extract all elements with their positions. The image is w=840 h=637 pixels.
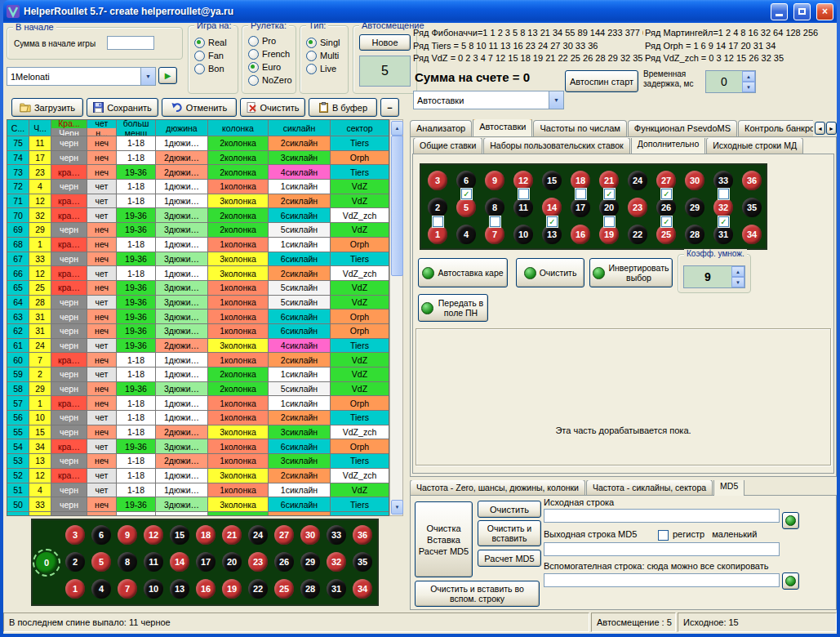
number-checkbox[interactable] — [433, 216, 443, 227]
table-row[interactable]: 6124чернчет19-362дюжи…3колонка4сиклайнTi… — [7, 339, 389, 354]
clear-button[interactable]: Очистить — [240, 98, 305, 117]
autobets-combo-arrow-icon[interactable]: ▼ — [549, 91, 563, 109]
md5-output-input[interactable] — [544, 542, 780, 556]
combo-arrow-icon[interactable]: ▼ — [140, 68, 155, 85]
roulette-number-6[interactable]: 6 — [456, 171, 476, 190]
table-row[interactable]: 5033черннеч19-363дюжи…3колонка6сиклайнTi… — [7, 497, 389, 512]
number-checkbox[interactable]: ✓ — [661, 216, 672, 227]
table-row[interactable]: 7112кра…чет1-181дюжи…3колонка2сиклайнVdZ — [7, 194, 389, 209]
roulette-number-30[interactable]: 30 — [300, 525, 320, 545]
table-row[interactable]: 592чернчет1-181дюжи…2колонка1сиклайнVdZ — [7, 368, 389, 382]
column-header[interactable]: сектор — [331, 120, 389, 136]
roulette-number-22[interactable]: 22 — [628, 225, 647, 244]
autobets-combo[interactable]: Автоставки ▼ — [413, 91, 564, 109]
radio-french[interactable]: French — [242, 47, 296, 60]
table-row[interactable]: 7511черннеч1-181дюжи…2колонка2сиклайнTie… — [7, 136, 389, 151]
table-row[interactable]: 6733черннеч19-363дюжи…3колонка6сиклайнTi… — [7, 252, 389, 267]
roulette-number-9[interactable]: 9 — [118, 525, 137, 545]
roulette-number-33[interactable]: 33 — [713, 171, 733, 190]
coeff-spin-up[interactable]: ▲ — [731, 266, 744, 277]
number-checkbox[interactable] — [718, 189, 729, 199]
column-header[interactable]: четн... — [87, 120, 117, 136]
roulette-number-17[interactable]: 17 — [196, 552, 216, 572]
table-row[interactable]: 6331черннеч19-363дюжи…1колонка6сиклайнOr… — [7, 310, 389, 324]
radio-bon[interactable]: Bon — [189, 62, 238, 75]
table-row[interactable]: 6929черннеч19-363дюжи…2колонка5сиклайнVd… — [7, 223, 389, 238]
roulette-number-26[interactable]: 26 — [274, 552, 294, 572]
md5-aux-input[interactable] — [544, 573, 780, 587]
roulette-number-8[interactable]: 8 — [118, 552, 137, 572]
roulette-number-20[interactable]: 20 — [599, 198, 619, 217]
roulette-number-3[interactable]: 3 — [428, 171, 447, 190]
coeff-spin-down[interactable]: ▼ — [731, 277, 744, 287]
roulette-number-13[interactable]: 13 — [542, 225, 562, 244]
roulette-number-4[interactable]: 4 — [456, 225, 476, 244]
roulette-number-20[interactable]: 20 — [222, 552, 242, 572]
roulette-number-11[interactable]: 11 — [144, 552, 163, 572]
md5-aux-green-button[interactable] — [782, 572, 799, 590]
tab-3[interactable]: Функционал PsevdoMS — [628, 120, 737, 136]
scrollbar-down-button[interactable]: ▼ — [391, 500, 403, 514]
radio-real[interactable]: Real — [189, 36, 238, 49]
table-row[interactable]: 7032кра…чет19-363дюжи…2колонка6сиклайнVd… — [7, 208, 389, 223]
roulette-number-2[interactable]: 2 — [65, 552, 85, 572]
roulette-number-12[interactable]: 12 — [144, 525, 163, 545]
roulette-number-32[interactable]: 32 — [327, 552, 346, 572]
number-checkbox[interactable] — [576, 189, 586, 199]
tab-3[interactable]: Исходные строки МД — [706, 138, 803, 154]
roulette-number-21[interactable]: 21 — [599, 171, 619, 190]
number-checkbox[interactable]: ✓ — [661, 189, 672, 199]
roulette-number-7[interactable]: 7 — [118, 579, 137, 599]
column-header[interactable]: дюжина — [156, 120, 208, 136]
roulette-number-23[interactable]: 23 — [628, 198, 647, 217]
roulette-number-29[interactable]: 29 — [300, 552, 320, 572]
transfer-to-pn-button[interactable]: Передать в поле ПН — [418, 294, 488, 322]
number-checkbox[interactable]: ✓ — [718, 216, 729, 227]
roulette-number-9[interactable]: 9 — [485, 171, 504, 190]
table-row[interactable]: 571кра…неч1-181дюжи…1колонка1сиклайнOrph — [7, 396, 389, 411]
undo-button[interactable]: Отменить — [162, 98, 237, 117]
roulette-number-15[interactable]: 15 — [542, 171, 562, 190]
preset-combo[interactable]: 1Melonati ▼ — [7, 67, 156, 86]
roulette-number-24[interactable]: 24 — [248, 525, 268, 545]
roulette-number-2[interactable]: 2 — [428, 198, 447, 217]
roulette-number-27[interactable]: 27 — [656, 171, 676, 190]
md5-clear-button[interactable]: Очистить — [478, 501, 541, 518]
load-button[interactable]: Загрузить — [11, 98, 83, 117]
table-row[interactable]: 6428чернчет19-363дюжи…1колонка5сиклайнVd… — [7, 296, 389, 310]
table-row[interactable]: 5434кра…чет19-363дюжи…1колонка6сиклайнOr… — [7, 439, 389, 454]
md5-source-green-button[interactable] — [782, 512, 799, 529]
table-row[interactable]: 7323кра…неч19-362дюжи…2колонка4сиклайнTi… — [7, 165, 389, 180]
number-checkbox[interactable]: ✓ — [547, 216, 558, 227]
table-row[interactable]: 607кра…неч1-181дюжи…1колонка2сиклайнVdZ — [7, 353, 389, 368]
autospin-button[interactable]: Автоспин старт — [565, 70, 638, 92]
roulette-number-18[interactable]: 18 — [196, 525, 216, 545]
radio-live[interactable]: Live — [300, 62, 348, 75]
roulette-number-5[interactable]: 5 — [91, 552, 111, 572]
roulette-number-31[interactable]: 31 — [327, 579, 346, 599]
number-checkbox[interactable]: ✓ — [461, 189, 472, 199]
roulette-number-16[interactable]: 16 — [196, 579, 216, 599]
panel-clear-button[interactable]: Очистить — [516, 258, 584, 287]
roulette-number-15[interactable]: 15 — [170, 525, 189, 545]
roulette-number-28[interactable]: 28 — [685, 225, 704, 244]
roulette-number-17[interactable]: 17 — [571, 198, 590, 217]
md5-source-input[interactable] — [544, 509, 780, 523]
roulette-number-1[interactable]: 1 — [65, 579, 85, 599]
roulette-number-19[interactable]: 19 — [599, 225, 619, 244]
roulette-number-35[interactable]: 35 — [742, 198, 762, 217]
radio-fan[interactable]: Fan — [189, 49, 238, 62]
tab-1[interactable]: Частота - сиклайны, сектора — [586, 480, 713, 496]
autoshift-value-box[interactable]: 5 — [359, 56, 411, 87]
invert-selection-button[interactable]: Инвертировать выбор — [589, 258, 673, 287]
table-row[interactable]: 6612кра…чет1-181дюжи…3колонка2сиклайнVdZ… — [7, 266, 389, 281]
roulette-number-28[interactable]: 28 — [300, 579, 320, 599]
radio-multi[interactable]: Multi — [300, 49, 348, 62]
radio-singl[interactable]: Singl — [300, 36, 348, 49]
table-row[interactable]: 5212кра…чет1-181дюжи…3колонка2сиклайнVdZ… — [7, 469, 389, 483]
roulette-number-14[interactable]: 14 — [170, 552, 189, 572]
roulette-number-16[interactable]: 16 — [571, 225, 590, 244]
roulette-number-3[interactable]: 3 — [65, 525, 85, 545]
minus-button[interactable]: − — [380, 98, 399, 117]
table-row[interactable]: 5313черннеч1-182дюжи…1колонка3сиклайнTie… — [7, 454, 389, 469]
